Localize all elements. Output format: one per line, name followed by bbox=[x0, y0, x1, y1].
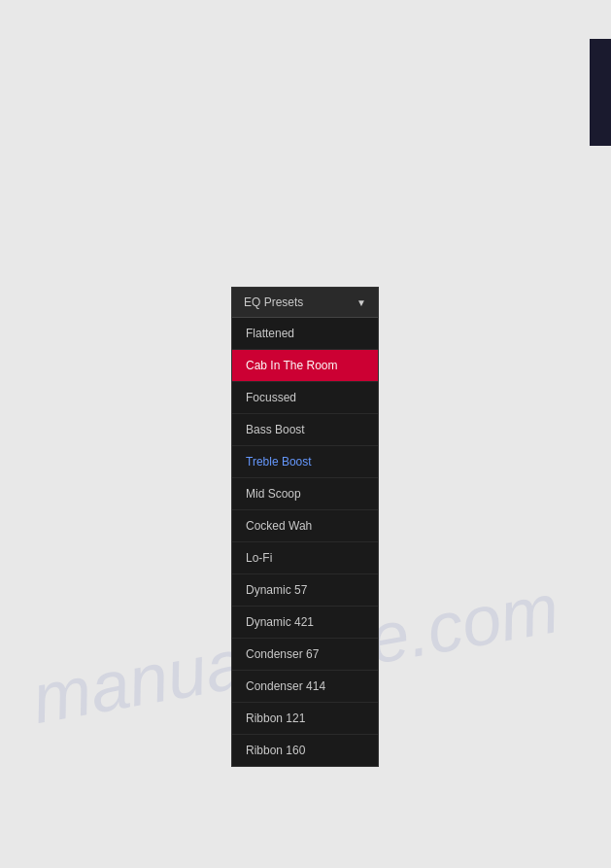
menu-item-ribbon-160[interactable]: Ribbon 160 bbox=[232, 735, 378, 766]
menu-item-treble-boost[interactable]: Treble Boost bbox=[232, 446, 378, 478]
dropdown-header-label: EQ Presets bbox=[244, 295, 303, 309]
menu-item-lo-fi[interactable]: Lo-Fi bbox=[232, 542, 378, 574]
dropdown-header[interactable]: EQ Presets ▼ bbox=[232, 288, 378, 318]
menu-item-cab-in-the-room[interactable]: Cab In The Room bbox=[232, 350, 378, 382]
menu-item-mid-scoop[interactable]: Mid Scoop bbox=[232, 478, 378, 510]
menu-item-condenser-67[interactable]: Condenser 67 bbox=[232, 639, 378, 671]
menu-item-dynamic-57[interactable]: Dynamic 57 bbox=[232, 574, 378, 607]
eq-presets-dropdown[interactable]: EQ Presets ▼ FlattenedCab In The RoomFoc… bbox=[231, 287, 379, 767]
menu-item-ribbon-121[interactable]: Ribbon 121 bbox=[232, 703, 378, 735]
menu-item-flattened[interactable]: Flattened bbox=[232, 318, 378, 350]
chevron-down-icon: ▼ bbox=[356, 297, 366, 308]
menu-item-dynamic-421[interactable]: Dynamic 421 bbox=[232, 607, 378, 639]
menu-item-focussed[interactable]: Focussed bbox=[232, 382, 378, 414]
menu-item-condenser-414[interactable]: Condenser 414 bbox=[232, 671, 378, 703]
menu-items-list: FlattenedCab In The RoomFocussedBass Boo… bbox=[232, 318, 378, 766]
menu-item-bass-boost[interactable]: Bass Boost bbox=[232, 414, 378, 446]
corner-element bbox=[590, 39, 611, 146]
menu-item-cocked-wah[interactable]: Cocked Wah bbox=[232, 510, 378, 542]
page-background: manualarive.com EQ Presets ▼ FlattenedCa… bbox=[0, 0, 611, 868]
